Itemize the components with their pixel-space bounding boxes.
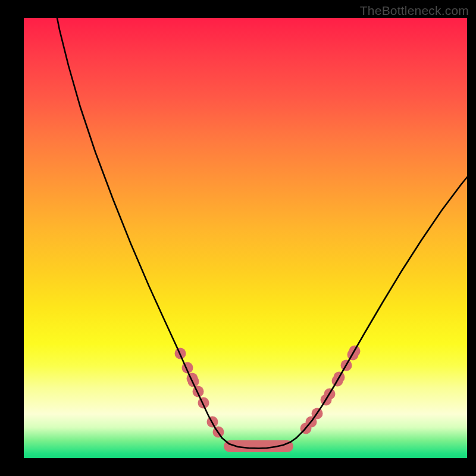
- data-dots: [175, 346, 361, 438]
- chart-frame: TheBottleneck.com: [0, 0, 476, 476]
- watermark-label: TheBottleneck.com: [360, 4, 469, 18]
- plot-area: [24, 18, 467, 458]
- curve-left-branch: [54, 0, 222, 438]
- curve-layer: [24, 18, 467, 458]
